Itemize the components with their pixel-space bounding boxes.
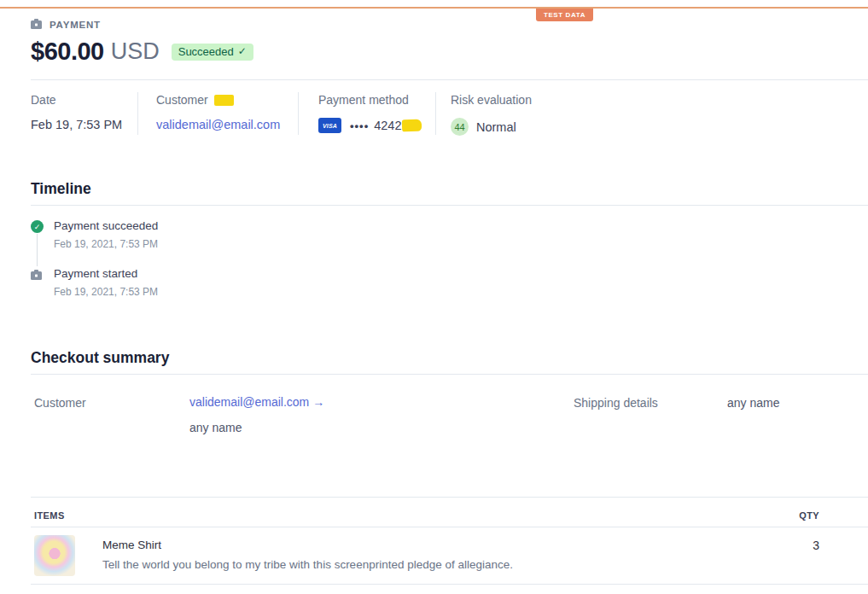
item-description: Tell the world you belong to my tribe wi… bbox=[102, 558, 802, 571]
success-check-icon: ✓ bbox=[31, 220, 44, 233]
items-column-header: ITEMS bbox=[34, 510, 65, 521]
meta-date: Date Feb 19, 7:53 PM bbox=[31, 90, 137, 136]
payment-eyebrow: PAYMENT bbox=[31, 19, 101, 31]
visa-card-icon: VISA bbox=[318, 118, 341, 133]
payment-icon bbox=[31, 19, 43, 31]
check-icon: ✓ bbox=[238, 45, 247, 57]
divider bbox=[31, 205, 868, 206]
event-title: Payment succeeded bbox=[54, 219, 158, 232]
payment-meta-row: Date Feb 19, 7:53 PM Customer validemail… bbox=[31, 90, 868, 136]
test-data-badge: TEST DATA bbox=[536, 9, 593, 21]
risk-value: Normal bbox=[476, 120, 516, 134]
checkout-summary-row: Customer validemail@email.com → any name… bbox=[34, 395, 868, 434]
event-timestamp: Feb 19, 2021, 7:53 PM bbox=[54, 238, 158, 250]
divider bbox=[31, 374, 868, 375]
card-dots: •••• bbox=[350, 119, 369, 132]
date-value: Feb 19, 7:53 PM bbox=[31, 118, 137, 131]
payment-detail-page: TEST DATA PAYMENT $60.00 USD Succeeded ✓… bbox=[0, 0, 868, 594]
shipping-details-label: Shipping details bbox=[574, 396, 658, 410]
checkout-customer-email: validemail@email.com bbox=[189, 395, 309, 409]
date-label: Date bbox=[31, 90, 137, 110]
item-qty: 3 bbox=[802, 539, 819, 552]
arrow-right-icon: → bbox=[312, 395, 324, 409]
meta-risk: Risk evaluation 44 Normal bbox=[436, 90, 532, 136]
meta-customer: Customer validemail@email.com bbox=[138, 90, 298, 136]
customer-label: Customer bbox=[156, 93, 208, 107]
checkout-summary-title: Checkout summary bbox=[31, 349, 169, 367]
product-thumbnail bbox=[34, 535, 75, 576]
divider bbox=[31, 79, 868, 80]
status-label: Succeeded bbox=[178, 45, 234, 58]
table-row: Meme Shirt Tell the world you belong to … bbox=[34, 527, 819, 576]
item-name: Meme Shirt bbox=[102, 539, 802, 551]
eyebrow-label: PAYMENT bbox=[50, 20, 101, 30]
event-title: Payment started bbox=[54, 267, 158, 280]
customer-email-link[interactable]: validemail@email.com bbox=[156, 118, 280, 131]
payment-started-icon bbox=[31, 268, 43, 282]
checkout-customer-link[interactable]: validemail@email.com → bbox=[189, 395, 324, 409]
yellow-highlight bbox=[214, 95, 234, 106]
test-mode-line bbox=[0, 7, 868, 9]
timeline-event: ✓ Payment succeeded Feb 19, 2021, 7:53 P… bbox=[31, 219, 158, 250]
shipping-details-value: any name bbox=[727, 396, 779, 410]
items-table-header: ITEMS QTY bbox=[34, 504, 819, 527]
timeline-title: Timeline bbox=[31, 180, 91, 198]
checkout-customer-name: any name bbox=[189, 421, 574, 434]
card-last4: 4242 bbox=[374, 119, 401, 132]
payment-amount: $60.00 bbox=[31, 38, 104, 66]
payment-method-label: Payment method bbox=[318, 90, 435, 110]
payment-currency: USD bbox=[111, 38, 160, 65]
checkout-customer-label: Customer bbox=[34, 396, 86, 410]
status-badge: Succeeded ✓ bbox=[172, 44, 253, 61]
risk-score-badge: 44 bbox=[451, 118, 469, 136]
meta-payment-method: Payment method VISA •••• 4242 bbox=[299, 90, 435, 136]
qty-column-header: QTY bbox=[799, 510, 819, 521]
risk-label: Risk evaluation bbox=[451, 90, 532, 110]
yellow-highlight bbox=[402, 119, 422, 132]
timeline-event: Payment started Feb 19, 2021, 7:53 PM bbox=[31, 267, 158, 298]
divider bbox=[31, 584, 868, 585]
event-timestamp: Feb 19, 2021, 7:53 PM bbox=[54, 286, 158, 298]
amount-row: $60.00 USD Succeeded ✓ bbox=[31, 38, 253, 66]
divider bbox=[31, 497, 868, 498]
